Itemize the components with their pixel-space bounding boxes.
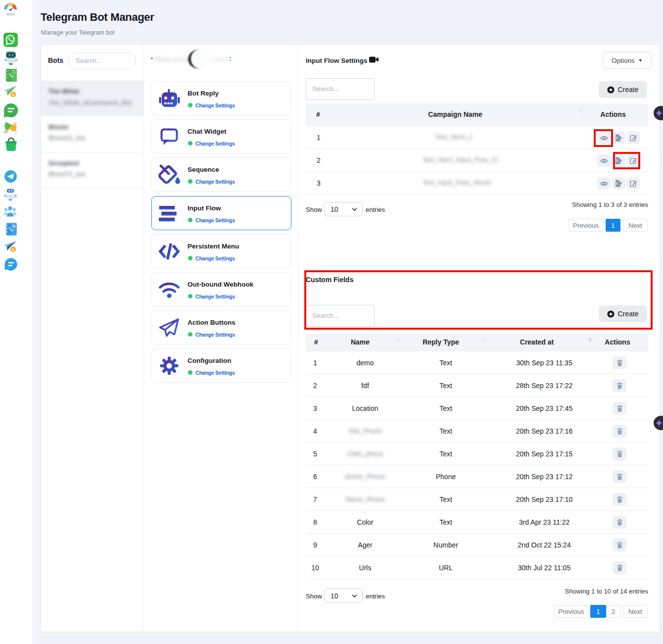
svg-text:1: 1 xyxy=(12,247,14,252)
svg-text:1: 1 xyxy=(12,92,14,97)
